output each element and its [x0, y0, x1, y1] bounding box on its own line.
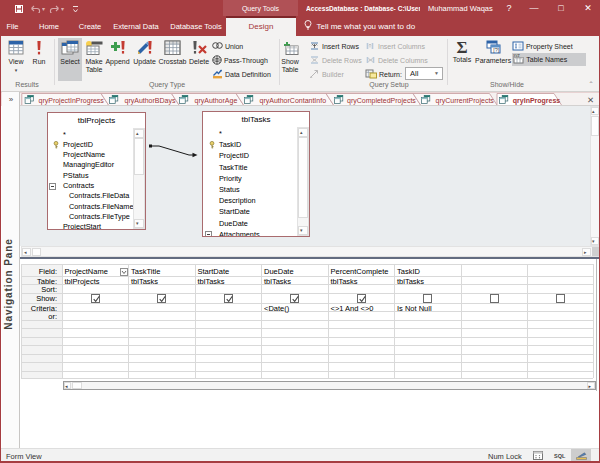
svg-text:qryInProgress: qryInProgress [513, 96, 561, 104]
svg-text:✕: ✕ [587, 95, 594, 105]
svg-text:qryCurrentProjects: qryCurrentProjects [436, 96, 495, 104]
svg-text:qryProjectInProgress: qryProjectInProgress [39, 96, 105, 104]
svg-text:qryCompletedProjects: qryCompletedProjects [347, 96, 416, 104]
svg-text:[?]: [?] [493, 47, 500, 53]
svg-text:qryAuthorContantInfo: qryAuthorContantInfo [260, 96, 327, 104]
svg-text:qryAuthorAge: qryAuthorAge [195, 96, 238, 104]
svg-text:qryAuthorBDays: qryAuthorBDays [125, 96, 176, 104]
